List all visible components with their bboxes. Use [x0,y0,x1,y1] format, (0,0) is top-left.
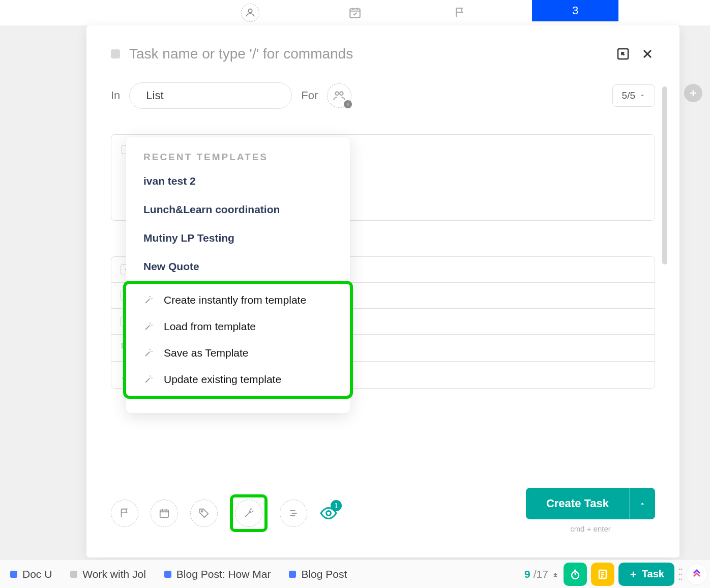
notepad-button[interactable] [591,563,614,586]
task-name-input[interactable] [129,46,606,62]
svg-point-8 [201,511,203,512]
chevron-up-icon [551,570,559,578]
timer-button[interactable] [564,563,587,586]
create-button-group: Create Task cmd + enter [526,488,655,533]
taskbar-label: Work with Jol [82,568,145,580]
status-dot [164,571,171,578]
action-label: Create instantly from template [164,294,306,306]
templates-button[interactable] [235,499,262,527]
watchers-count: 1 [331,500,342,511]
flag-icon[interactable] [111,499,138,527]
ratio-text: 5/5 [622,90,635,101]
svg-point-3 [336,92,339,95]
expand-icon[interactable] [615,46,631,62]
assignee-picker[interactable]: + [327,83,351,108]
wand-icon [143,295,154,305]
status-dot [10,571,17,578]
bottom-taskbar: Doc U Work with Jol Blog Post: How Mar B… [0,560,710,588]
svg-point-14 [679,573,681,575]
top-tab-indicator[interactable]: 3 [532,0,618,21]
taskbar-label: Doc U [22,568,52,580]
status-dot [289,571,296,578]
flag-icon[interactable] [451,4,469,22]
status-indicator[interactable] [111,49,120,58]
template-actions-highlight: Create instantly from template Load from… [123,281,353,399]
new-task-button[interactable]: Task [618,563,674,586]
templates-popup: RECENT TEMPLATES ivan test 2 Lunch&Learn… [126,137,350,413]
svg-point-12 [679,568,681,570]
taskbar-item[interactable]: Blog Post: How Mar [157,564,278,584]
scrollbar[interactable] [662,86,667,264]
counts-total: /17 [534,568,548,580]
fields-ratio[interactable]: 5/5 [612,84,655,107]
taskbar-item[interactable]: Blog Post [282,564,354,584]
assignee-icon[interactable] [241,4,259,22]
svg-point-4 [340,92,343,95]
taskbar-item[interactable]: Work with Jol [63,564,153,584]
template-item[interactable]: ivan test 2 [126,167,350,195]
wand-icon [143,348,154,358]
list-dropdown[interactable]: List [129,82,292,109]
template-item[interactable]: Lunch&Learn coordination [126,195,350,224]
location-row: In List For + 5/5 [111,82,655,109]
create-task-dropdown[interactable] [629,488,655,519]
taskbar-label: Blog Post [301,568,347,580]
taskbar-item[interactable]: Doc U [3,564,59,584]
subtasks-icon[interactable] [280,499,307,527]
update-existing-template-action[interactable]: Update existing template [126,366,350,393]
close-icon[interactable] [640,46,655,62]
wand-icon [143,374,154,385]
counts-open: 9 [524,568,530,580]
chevron-down-icon [639,93,645,99]
svg-point-9 [327,511,331,516]
svg-rect-1 [350,9,360,17]
svg-point-0 [248,9,252,13]
template-item[interactable]: New Quote [126,252,350,281]
action-label: Load from template [164,320,256,333]
modal-header [111,46,655,62]
svg-rect-7 [160,510,169,518]
task-label: Task [642,568,664,580]
create-from-template-action[interactable]: Create instantly from template [126,287,350,313]
status-dot [70,571,77,578]
save-as-template-action[interactable]: Save as Template [126,340,350,366]
recent-templates-header: RECENT TEMPLATES [126,152,350,167]
bottom-icons: 1 [111,494,338,532]
add-button[interactable] [684,84,702,102]
watchers-badge[interactable]: 1 [319,504,338,522]
svg-point-15 [681,573,683,575]
in-label: In [111,89,120,102]
wand-icon [143,321,154,332]
load-from-template-action[interactable]: Load from template [126,313,350,340]
taskbar-label: Blog Post: How Mar [176,568,271,580]
keyboard-hint: cmd + enter [570,524,611,533]
taskbar-counts[interactable]: 9 /17 [524,568,559,580]
tag-icon[interactable] [190,499,218,527]
action-label: Save as Template [164,347,249,359]
svg-point-13 [681,568,683,570]
plus-badge: + [344,100,352,108]
action-label: Update existing template [164,373,281,386]
create-task-button[interactable]: Create Task [526,488,629,519]
svg-point-16 [679,578,681,580]
template-item[interactable]: Mutiny LP Testing [126,224,350,252]
for-label: For [301,89,318,102]
clickup-logo[interactable] [687,564,707,584]
templates-button-highlight [230,494,268,532]
drag-handle-icon[interactable] [678,567,683,582]
calendar-icon[interactable] [151,499,178,527]
svg-point-17 [681,578,683,580]
calendar-icon[interactable] [346,4,364,22]
